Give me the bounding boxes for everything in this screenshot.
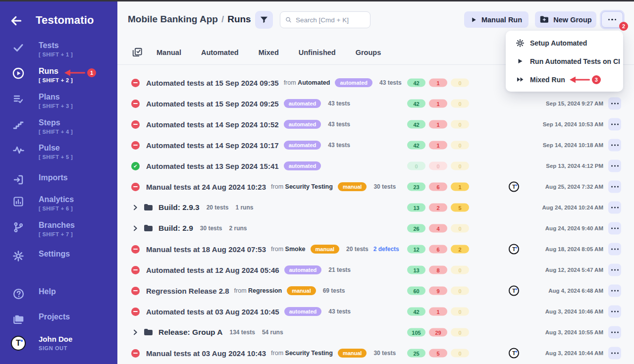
- row-menu-button[interactable]: [608, 181, 621, 193]
- group-name[interactable]: Build: 2.9: [158, 224, 193, 233]
- row-menu-button[interactable]: [608, 306, 621, 318]
- row-menu-button[interactable]: [608, 160, 621, 172]
- run-title[interactable]: Manual tests at 18 Aug 2024 07:53: [146, 245, 266, 254]
- sidebar-item-analytics[interactable]: Analytics[ SHIFT + 6 ]: [0, 195, 117, 214]
- chevron-right-icon[interactable]: [131, 224, 139, 232]
- failed-count-pill: 9: [429, 287, 447, 295]
- chevron-right-icon[interactable]: [131, 204, 139, 211]
- sign-out-link[interactable]: SIGN OUT: [39, 345, 72, 351]
- run-title[interactable]: Manual tests at 03 Aug 2024 10:43: [146, 349, 266, 358]
- group-stats-pills: 13 2 5: [407, 204, 469, 212]
- run-row[interactable]: Automated tests at 14 Sep 2024 10:17 aut…: [117, 135, 634, 156]
- ellipsis-icon: [611, 165, 619, 167]
- sidebar-item-steps[interactable]: Steps[ SHIFT + 4 ]: [0, 118, 117, 138]
- row-menu-button[interactable]: [608, 98, 621, 110]
- row-menu-button[interactable]: [608, 285, 621, 297]
- chevron-right-icon[interactable]: [131, 328, 139, 336]
- group-runs-count: 2 runs: [229, 225, 247, 232]
- run-title[interactable]: Automated tests at 03 Aug 2024 10:45: [146, 308, 279, 316]
- select-all-checklist-icon[interactable]: [132, 47, 143, 58]
- run-row[interactable]: Automated tests at 15 Sep 2024 09:25 aut…: [117, 93, 634, 114]
- sidebar-item-shortcut: [ SHIFT + 4 ]: [39, 129, 73, 135]
- tab-groups[interactable]: Groups: [356, 49, 381, 56]
- row-menu-button[interactable]: [608, 202, 621, 214]
- sidebar-item-help[interactable]: Help: [0, 287, 117, 307]
- row-menu-button[interactable]: [608, 222, 621, 235]
- run-row[interactable]: Automated tests at 12 Aug 2024 05:46 aut…: [117, 260, 634, 280]
- sidebar-item-tests[interactable]: Tests[ SHIFT + 1 ]: [0, 41, 117, 60]
- menu-item-setup-automated[interactable]: Setup Automated: [506, 34, 623, 52]
- filter-button[interactable]: [255, 11, 273, 29]
- sidebar-item-settings[interactable]: Settings: [0, 249, 117, 269]
- row-menu-button[interactable]: [608, 347, 621, 360]
- run-title[interactable]: Automated tests at 15 Sep 2024 09:35: [146, 79, 279, 87]
- group-row[interactable]: Build: 2.9.3 20 tests 1 runs 13 2 5 Aug …: [117, 197, 634, 218]
- tab-manual[interactable]: Manual: [157, 49, 181, 56]
- group-name[interactable]: Release: Group A: [158, 328, 223, 337]
- row-menu-button[interactable]: [608, 243, 621, 256]
- sidebar-item-plans[interactable]: Plans[ SHIFT + 3 ]: [0, 92, 117, 112]
- group-name[interactable]: Build: 2.9.3: [158, 203, 200, 212]
- row-menu-button[interactable]: [608, 118, 621, 131]
- sidebar-item-runs[interactable]: Runs[ SHIFT + 2 ] 1: [0, 66, 117, 86]
- search-box[interactable]: [280, 11, 370, 28]
- passed-count-pill: 42: [407, 308, 425, 316]
- row-menu-button[interactable]: [608, 264, 621, 276]
- breadcrumb: Mobile Banking App/Runs: [128, 14, 251, 25]
- run-title[interactable]: Manual tests at 24 Aug 2024 10:23: [146, 183, 266, 191]
- tab-automated[interactable]: Automated: [201, 49, 239, 56]
- menu-item-mixed-run[interactable]: Mixed Run 3: [506, 70, 623, 89]
- run-title[interactable]: Regression Release 2.8: [146, 287, 229, 295]
- passed-count-pill: 42: [407, 141, 425, 150]
- app-logo-title[interactable]: Testomatio: [36, 14, 94, 27]
- run-row[interactable]: Automated tests at 13 Sep 2024 15:41 aut…: [117, 156, 634, 176]
- run-row[interactable]: Automated tests at 14 Sep 2024 10:52 aut…: [117, 114, 634, 135]
- funnel-icon: [259, 15, 269, 25]
- window-top-border: [0, 0, 634, 1]
- run-row[interactable]: Manual tests at 24 Aug 2024 10:23 from S…: [117, 176, 634, 197]
- run-title[interactable]: Automated tests at 13 Sep 2024 15:41: [146, 162, 279, 170]
- run-tests-count: 69 tests: [323, 287, 345, 294]
- sidebar-item-shortcut: [ SHIFT + 2 ]: [39, 77, 73, 83]
- folder-plus-icon: [539, 15, 549, 24]
- tab-mixed[interactable]: Mixed: [259, 49, 279, 56]
- group-row[interactable]: Build: 2.9 30 tests 2 runs 26 4 0 Aug 24…: [117, 218, 634, 239]
- failed-count-pill: 5: [429, 349, 447, 358]
- tab-unfinished[interactable]: Unfinished: [299, 49, 336, 56]
- tests-check-icon: [12, 41, 25, 54]
- sidebar-user[interactable]: T John Doe SIGN OUT: [0, 335, 117, 355]
- sidebar-item-pulse[interactable]: Pulse[ SHIFT + 5 ]: [0, 143, 117, 163]
- sidebar-item-projects[interactable]: Projects: [0, 312, 117, 332]
- new-group-button[interactable]: New Group: [535, 11, 596, 28]
- sidebar-item-branches[interactable]: Branches[ SHIFT + 7 ]: [0, 220, 117, 240]
- search-input[interactable]: [296, 16, 365, 24]
- ellipsis-icon: [611, 228, 619, 229]
- play-circle-icon: [12, 67, 25, 80]
- back-arrow-icon[interactable]: [10, 14, 23, 29]
- passed-count-pill: 13: [407, 266, 425, 274]
- run-title[interactable]: Automated tests at 14 Sep 2024 10:17: [146, 141, 279, 150]
- run-status-icon: [131, 266, 140, 274]
- skipped-count-pill: 0: [451, 120, 469, 129]
- group-row[interactable]: Release: Group A 134 tests 54 runs 105 2…: [117, 322, 634, 343]
- run-row[interactable]: Regression Release 2.8 from Regression m…: [117, 280, 634, 301]
- annotation-badge: 3: [592, 75, 601, 84]
- group-time: Aug 3, 2024 10:55 AM: [545, 329, 603, 335]
- run-title[interactable]: Automated tests at 12 Aug 2024 05:46: [146, 266, 279, 274]
- run-row[interactable]: Manual tests at 03 Aug 2024 10:43 from S…: [117, 343, 634, 364]
- menu-item-run-automated-ci[interactable]: Run Automated Tests on CI: [506, 52, 623, 70]
- row-menu-button[interactable]: [608, 326, 621, 339]
- run-defects-link[interactable]: 2 defects: [373, 246, 399, 253]
- group-runs-count: 54 runs: [262, 329, 283, 336]
- row-menu-button[interactable]: [608, 139, 621, 152]
- sidebar-item-imports[interactable]: Imports: [0, 173, 117, 193]
- passed-count-pill: 42: [407, 100, 425, 108]
- run-title[interactable]: Automated tests at 14 Sep 2024 10:52: [146, 120, 279, 129]
- run-row[interactable]: Manual tests at 18 Aug 2024 07:53 from S…: [117, 239, 634, 260]
- skipped-count-pill: 0: [451, 224, 469, 233]
- manual-run-button[interactable]: Manual Run: [464, 11, 528, 28]
- run-row[interactable]: Automated tests at 03 Aug 2024 10:45 aut…: [117, 301, 634, 322]
- run-title[interactable]: Automated tests at 15 Sep 2024 09:25: [146, 100, 279, 108]
- breadcrumb-project[interactable]: Mobile Banking App: [128, 14, 218, 24]
- failed-count-pill: 4: [429, 224, 447, 233]
